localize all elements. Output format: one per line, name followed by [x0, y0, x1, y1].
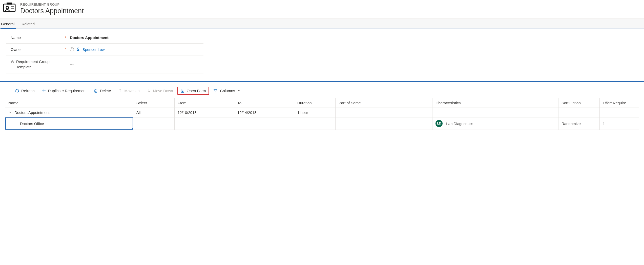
row-part[interactable] [336, 117, 432, 130]
requirements-grid: Name Select From To Duration Part of Sam… [5, 98, 639, 130]
lock-icon [11, 59, 14, 65]
row-from[interactable] [174, 117, 234, 130]
name-value[interactable]: Doctors Appointment [70, 35, 109, 40]
info-icon: ? [70, 47, 74, 51]
row-name: Doctors Appointment [14, 110, 50, 115]
page-title: Doctors Appointment [20, 7, 84, 15]
col-sort[interactable]: Sort Option [558, 98, 599, 108]
form-general: Name * Doctors Appointment Owner * ? Spe… [0, 29, 644, 81]
chevron-down-icon [8, 110, 12, 115]
col-from[interactable]: From [174, 98, 234, 108]
grid-section: Refresh Duplicate Requirement Delete Mov… [0, 81, 644, 130]
svg-rect-1 [7, 3, 12, 5]
row-sort[interactable]: Randomize [558, 117, 599, 130]
row-effort[interactable] [600, 108, 639, 117]
field-owner: Owner * ? Spencer Low [6, 44, 203, 55]
row-part[interactable] [336, 108, 432, 117]
moveup-button: Move Up [115, 87, 142, 94]
row-duration[interactable] [294, 117, 335, 130]
row-sort[interactable] [558, 108, 599, 117]
row-to[interactable]: 12/14/2018 [234, 108, 294, 117]
table-row[interactable]: Doctors Office LD Lab Diagnostics Random… [5, 117, 639, 130]
row-from[interactable]: 12/10/2018 [174, 108, 234, 117]
row-char[interactable] [432, 108, 558, 117]
chevron-down-icon [238, 89, 241, 93]
avatar: LD [435, 120, 443, 127]
grid-header-row: Name Select From To Duration Part of Sam… [5, 98, 639, 108]
row-name[interactable]: Doctors Office [20, 121, 44, 126]
trash-icon [94, 89, 98, 93]
required-icon: * [64, 36, 67, 40]
template-label: Requirement Group Template [16, 59, 61, 70]
refresh-icon [15, 89, 19, 93]
row-select[interactable] [133, 117, 174, 130]
field-template: Requirement Group Template --- [6, 55, 203, 73]
row-char[interactable]: LD Lab Diagnostics [432, 117, 558, 130]
form-icon [180, 89, 185, 93]
tab-related[interactable]: Related [22, 19, 39, 29]
name-label: Name [11, 35, 21, 40]
tabs: General Related [0, 18, 644, 29]
movedown-button: Move Down [144, 87, 176, 94]
col-characteristics[interactable]: Characteristics [432, 98, 558, 108]
arrow-down-icon [147, 89, 151, 93]
refresh-button[interactable]: Refresh [12, 87, 37, 94]
table-row[interactable]: Doctors Appointment All 12/10/2018 12/14… [5, 108, 639, 117]
required-spacer [64, 62, 67, 66]
owner-label: Owner [11, 47, 22, 52]
arrow-up-icon [118, 89, 122, 93]
row-duration[interactable]: 1 hour [294, 108, 335, 117]
col-name[interactable]: Name [5, 98, 133, 108]
field-name: Name * Doctors Appointment [6, 32, 203, 44]
row-effort[interactable]: 1 [600, 117, 639, 130]
openform-button[interactable]: Open Form [177, 87, 209, 95]
duplicate-button[interactable]: Duplicate Requirement [39, 87, 90, 94]
svg-rect-6 [11, 62, 13, 63]
col-effort[interactable]: Effort Require [600, 98, 639, 108]
delete-button[interactable]: Delete [91, 87, 114, 94]
record-type-icon [3, 3, 16, 13]
col-duration[interactable]: Duration [294, 98, 335, 108]
plus-icon [42, 89, 46, 93]
svg-point-2 [6, 6, 9, 9]
owner-value[interactable]: Spencer Low [82, 47, 105, 52]
svg-rect-9 [95, 90, 97, 92]
col-select[interactable]: Select [133, 98, 174, 108]
col-to[interactable]: To [234, 98, 294, 108]
header-eyebrow: REQUIREMENT GROUP [20, 3, 84, 6]
person-icon [76, 47, 80, 52]
page-header: REQUIREMENT GROUP Doctors Appointment [0, 0, 644, 18]
grid-toolbar: Refresh Duplicate Requirement Delete Mov… [0, 84, 644, 98]
char-label: Lab Diagnostics [446, 121, 473, 126]
template-value[interactable]: --- [70, 62, 74, 67]
filter-icon [213, 89, 218, 93]
svg-point-5 [77, 48, 79, 49]
tab-general[interactable]: General [1, 19, 19, 29]
row-expand-toggle[interactable]: Doctors Appointment [8, 110, 50, 115]
row-select[interactable]: All [133, 108, 174, 117]
row-to[interactable] [234, 117, 294, 130]
columns-button[interactable]: Columns [211, 87, 243, 94]
required-icon: * [64, 47, 67, 51]
col-part[interactable]: Part of Same [336, 98, 432, 108]
